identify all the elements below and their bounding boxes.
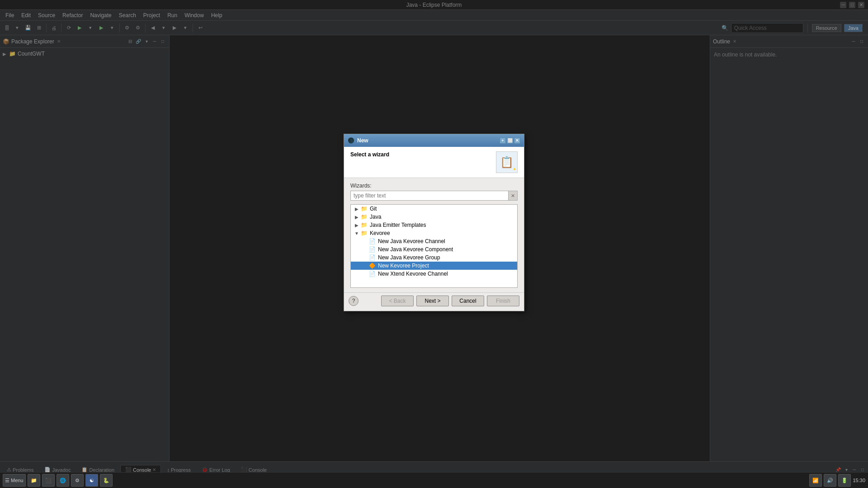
wiz-jet-label: Java Emitter Templates [370, 222, 426, 228]
dialog-restore-btn[interactable]: ⬜ [507, 137, 513, 144]
wizard-tree: ▶ 📁 Git ▶ 📁 Java ▶ 📁 Java Emitter Templa… [350, 204, 518, 288]
next-btn[interactable]: Next > [416, 296, 449, 306]
filter-container: ✕ [350, 191, 518, 201]
wiz-kev-component-label: New Java Kevoree Component [378, 246, 453, 253]
back-btn[interactable]: < Back [381, 296, 414, 306]
filter-input[interactable] [350, 191, 509, 201]
taskbar-settings-btn[interactable]: ⚙ [71, 474, 84, 487]
dialog-header-title: Select a wizard [350, 151, 389, 158]
dialog-maximize-btn[interactable]: + [500, 137, 506, 144]
taskbar-files-btn[interactable]: 📁 [28, 474, 40, 487]
wizards-label: Wizards: [350, 183, 518, 189]
wiz-expand-java: ▶ [354, 215, 360, 220]
wiz-item-xtend-channel[interactable]: 📄 New Xtend Kevoree Channel [351, 270, 517, 278]
taskbar-python-btn[interactable]: 🐍 [100, 474, 113, 487]
wiz-git-label: Git [370, 206, 377, 212]
wiz-kevoree-label: Kevoree [370, 230, 390, 236]
wiz-item-kevoree[interactable]: ▼ 📁 Kevoree [351, 229, 517, 237]
dialog-header: Select a wizard 📋 ✦ [344, 147, 524, 178]
wiz-item-kev-project[interactable]: 🔶 New Kevoree Project [351, 262, 517, 270]
dialog-title-controls: + ⬜ ✕ [500, 137, 520, 144]
wiz-item-git[interactable]: ▶ 📁 Git [351, 205, 517, 213]
wiz-kev-project-icon: 🔶 [369, 263, 376, 269]
taskbar-browser-btn[interactable]: 🌐 [57, 474, 69, 487]
taskbar-eclipse-btn[interactable]: ☯ [85, 474, 98, 487]
taskbar-sound-icon[interactable]: 🔊 [824, 474, 836, 487]
dialog-body: Wizards: ✕ ▶ 📁 Git ▶ 📁 Java [344, 178, 524, 292]
wiz-xtend-label: New Xtend Kevoree Channel [378, 271, 448, 277]
wiz-xtend-icon: 📄 [369, 271, 376, 277]
taskbar-terminal-btn[interactable]: ⬛ [42, 474, 55, 487]
new-wizard-dialog: 🌑 New + ⬜ ✕ Select a wizard 📋 ✦ Wizards: [344, 134, 524, 311]
dialog-title-bar: 🌑 New + ⬜ ✕ [344, 134, 524, 147]
wiz-kev-group-icon: 📄 [369, 254, 376, 261]
taskbar-time: 15:30 [853, 478, 865, 483]
taskbar-menu-btn[interactable]: ☰ Menu [3, 474, 26, 487]
wiz-expand-kevoree: ▼ [354, 231, 360, 236]
taskbar-network-icon[interactable]: 📶 [809, 474, 822, 487]
wiz-expand-git: ▶ [354, 206, 360, 211]
dialog-footer: ? < Back Next > Cancel Finish [344, 292, 524, 311]
wiz-item-kev-channel[interactable]: 📄 New Java Kevoree Channel [351, 237, 517, 245]
wiz-item-kev-group[interactable]: 📄 New Java Kevoree Group [351, 253, 517, 262]
wiz-kev-project-label: New Kevoree Project [378, 263, 429, 269]
wiz-item-jet[interactable]: ▶ 📁 Java Emitter Templates [351, 221, 517, 229]
wiz-kev-channel-icon: 📄 [369, 238, 376, 244]
wiz-jet-icon: 📁 [361, 222, 368, 228]
taskbar: ☰ Menu 📁 ⬛ 🌐 ⚙ ☯ 🐍 📶 🔊 🔋 15:30 [0, 472, 868, 488]
wiz-kevoree-icon: 📁 [361, 230, 368, 236]
wiz-java-label: Java [370, 214, 381, 220]
dialog-overlay: 🌑 New + ⬜ ✕ Select a wizard 📋 ✦ Wizards: [0, 0, 868, 472]
dialog-header-text: Select a wizard [350, 151, 389, 159]
dialog-wizard-icon: 📋 ✦ [496, 151, 518, 173]
cancel-btn[interactable]: Cancel [452, 296, 484, 306]
wiz-item-java[interactable]: ▶ 📁 Java [351, 213, 517, 221]
wiz-item-kev-component[interactable]: 📄 New Java Kevoree Component [351, 245, 517, 253]
wiz-git-icon: 📁 [361, 206, 368, 212]
finish-btn[interactable]: Finish [487, 296, 519, 306]
wiz-kev-channel-label: New Java Kevoree Channel [378, 238, 445, 244]
filter-clear-btn[interactable]: ✕ [509, 191, 518, 201]
wiz-kev-group-label: New Java Kevoree Group [378, 254, 440, 261]
wiz-expand-jet: ▶ [354, 223, 360, 228]
dialog-eclipse-icon: 🌑 [348, 137, 354, 144]
wiz-kev-component-icon: 📄 [369, 246, 376, 253]
dialog-help-btn[interactable]: ? [349, 296, 359, 306]
taskbar-battery-icon[interactable]: 🔋 [838, 474, 851, 487]
dialog-title: New [357, 137, 368, 144]
dialog-close-btn[interactable]: ✕ [514, 137, 520, 144]
wiz-java-icon: 📁 [361, 214, 368, 220]
